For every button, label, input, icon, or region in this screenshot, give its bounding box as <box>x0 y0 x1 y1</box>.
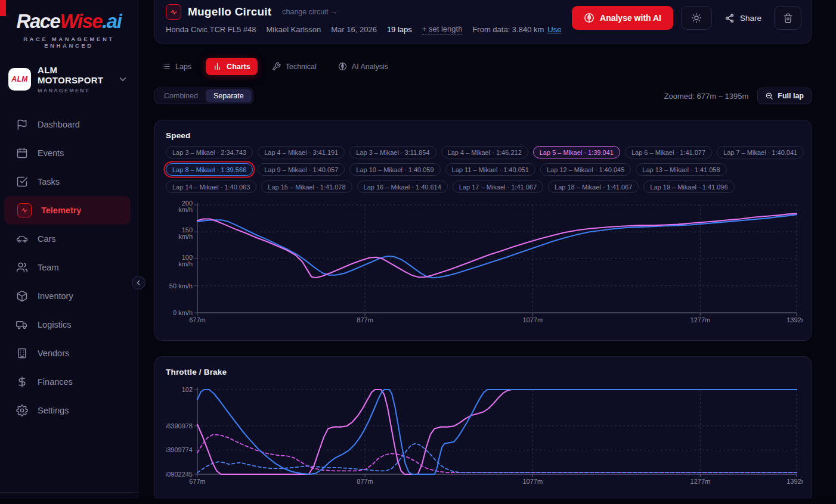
tab-charts[interactable]: Charts <box>206 58 258 75</box>
full-lap-label: Full lap <box>778 92 804 100</box>
theme-toggle-button[interactable] <box>681 6 712 30</box>
speed-chart[interactable]: 200km/h150km/h100km/h50 km/h0 km/h677m87… <box>166 198 801 328</box>
telemetry-pulse-icon <box>166 4 181 20</box>
change-circuit-link[interactable]: change circuit → <box>282 8 338 16</box>
lap-chip[interactable]: Lap 3 – Mikael · 2:34.743 <box>166 146 253 158</box>
sidebar-item-team[interactable]: Team <box>0 253 138 282</box>
lap-chip[interactable]: Lap 6 – Mikael · 1:41.077 <box>625 146 712 158</box>
view-option-combined[interactable]: Combined <box>156 89 206 102</box>
svg-text:200km/h: 200km/h <box>178 200 193 213</box>
app-tagline: RACE MANAGEMENT ENHANCED <box>0 36 138 49</box>
meta-car: Honda Civic TCR FL5 #48 <box>166 25 256 34</box>
sidebar-item-label: Cars <box>38 234 56 244</box>
use-link[interactable]: Use <box>547 25 561 34</box>
tabs: LapsChartsTechnicalAI Analysis <box>154 58 812 75</box>
truck-icon <box>16 319 28 331</box>
lap-chip[interactable]: Lap 12 – Mikael · 1:40.045 <box>540 163 631 176</box>
share-button[interactable]: Share <box>720 6 766 30</box>
main-area: Mugello Circuit change circuit → Honda C… <box>138 0 836 504</box>
check-square-icon <box>16 176 28 188</box>
lap-chip-list: Lap 3 – Mikael · 2:34.743Lap 4 – Mikael … <box>166 146 801 193</box>
svg-text:0 km/h: 0 km/h <box>173 309 193 316</box>
svg-text:63909774: 63909774 <box>166 446 193 453</box>
lap-chip[interactable]: Lap 9 – Mikael · 1:40.057 <box>258 163 345 176</box>
throttle-brake-chart[interactable]: 102563909786390977460902245677m877m1077m… <box>166 385 801 490</box>
lap-chip[interactable]: Lap 18 – Mikael · 1:41.067 <box>548 181 639 193</box>
analyse-with-ai-button[interactable]: Analyse with AI <box>572 6 673 30</box>
flag-icon <box>16 119 28 130</box>
session-meta: Honda Civic TCR FL5 #48 Mikael Karlsson … <box>166 24 561 35</box>
svg-text:1277m: 1277m <box>691 316 711 323</box>
meta-laps: 19 laps <box>387 25 412 34</box>
app-logo: RaceWise.ai <box>0 11 138 31</box>
sidebar-item-events[interactable]: Events <box>0 139 138 167</box>
lap-chip[interactable]: Lap 10 – Mikael · 1:40.059 <box>349 163 440 176</box>
lap-chip[interactable]: Lap 4 – Mikael · 3:41.191 <box>258 146 345 158</box>
sun-icon <box>691 13 702 23</box>
svg-text:1077m: 1077m <box>522 316 543 323</box>
zoom-range-label: Zoomed: 677m – 1395m <box>664 92 749 101</box>
lap-chip[interactable]: Lap 17 – Mikael · 1:41.067 <box>453 181 543 193</box>
lap-chip[interactable]: Lap 13 – Mikael · 1:41.058 <box>636 163 726 176</box>
lap-chip[interactable]: Lap 4 – Mikael · 1:46.212 <box>441 146 528 158</box>
lap-chip[interactable]: Lap 5 – Mikael · 1:39.041 <box>533 146 620 158</box>
view-option-separate[interactable]: Separate <box>206 89 252 102</box>
svg-text:1277m: 1277m <box>691 478 711 485</box>
lap-chip[interactable]: Lap 7 – Mikael · 1:40.041 <box>717 146 804 158</box>
lap-chip[interactable]: Lap 16 – Mikael · 1:40.614 <box>357 181 448 193</box>
tab-laps[interactable]: Laps <box>154 58 199 75</box>
sidebar-item-settings[interactable]: Settings <box>0 396 138 425</box>
wrench-icon <box>272 62 281 71</box>
lap-chip[interactable]: Lap 3 – Mikael · 3:11.854 <box>349 146 436 158</box>
sidebar-item-tasks[interactable]: Tasks <box>0 167 138 196</box>
sidebar-item-label: Team <box>38 263 58 272</box>
lap-chip[interactable]: Lap 14 – Mikael · 1:40.063 <box>166 181 256 193</box>
sidebar-item-dashboard[interactable]: Dashboard <box>0 110 138 139</box>
tab-ai-analysis[interactable]: AI Analysis <box>331 58 395 75</box>
lap-chip[interactable]: Lap 19 – Mikael · 1:41.096 <box>643 181 734 193</box>
team-switcher[interactable]: ALM ALM MOTORSPORT MANAGEMENT <box>0 65 138 94</box>
throttle-brake-chart-card: Throttle / Brake 10256390978639097746090… <box>154 356 812 502</box>
team-role: MANAGEMENT <box>38 88 111 94</box>
throttle-chart-title: Throttle / Brake <box>166 368 801 377</box>
chart-controls: CombinedSeparate Zoomed: 677m – 1395m Fu… <box>154 88 812 104</box>
set-length-link[interactable]: + set length <box>422 24 463 35</box>
series-lap-8-mikael-speed <box>197 214 797 278</box>
logo-wise: Wise <box>60 10 102 32</box>
meta-from-data: From data: 3.840 km <box>472 25 544 34</box>
lap-chip[interactable]: Lap 11 – Mikael · 1:40.051 <box>445 163 535 176</box>
session-header-card: Mugello Circuit change circuit → Honda C… <box>154 0 812 43</box>
view-mode-toggle: CombinedSeparate <box>154 88 253 104</box>
lap-chip[interactable]: Lap 8 – Mikael · 1:39.566 <box>166 163 253 176</box>
svg-text:60902245: 60902245 <box>166 471 193 478</box>
full-lap-button[interactable]: Full lap <box>757 88 812 104</box>
lap-chip[interactable]: Lap 15 – Mikael · 1:41.078 <box>261 181 352 193</box>
calendar-icon <box>16 147 28 159</box>
sidebar-collapse-button[interactable] <box>132 276 145 290</box>
sidebar-item-inventory[interactable]: Inventory <box>0 282 138 310</box>
users-icon <box>16 262 28 273</box>
sidebar-item-telemetry[interactable]: Telemetry <box>4 196 131 225</box>
sidebar-item-logistics[interactable]: Logistics <box>0 310 138 339</box>
accent-corner <box>0 0 6 16</box>
share-icon <box>724 13 735 23</box>
tab-technical[interactable]: Technical <box>265 58 324 75</box>
analyse-label: Analyse with AI <box>600 13 661 23</box>
trash-icon <box>783 13 793 23</box>
sidebar-item-label: Inventory <box>38 291 73 301</box>
meta-date: Mar 16, 2026 <box>331 25 377 34</box>
gear-icon <box>16 405 28 416</box>
series-lap-8-throttle <box>197 390 797 474</box>
building-icon <box>16 347 28 359</box>
ai-brain-icon <box>584 13 595 23</box>
logo-ai: .ai <box>102 10 121 32</box>
svg-text:56390978: 56390978 <box>166 422 193 430</box>
sidebar-item-vendors[interactable]: Vendors <box>0 339 138 368</box>
sidebar-item-cars[interactable]: Cars <box>0 225 138 253</box>
sidebar-item-finances[interactable]: Finances <box>0 368 138 396</box>
svg-text:1077m: 1077m <box>522 478 543 485</box>
activity-icon <box>17 203 32 217</box>
delete-button[interactable] <box>774 6 801 30</box>
svg-text:100km/h: 100km/h <box>178 254 193 267</box>
sidebar-item-label: Events <box>38 148 64 158</box>
